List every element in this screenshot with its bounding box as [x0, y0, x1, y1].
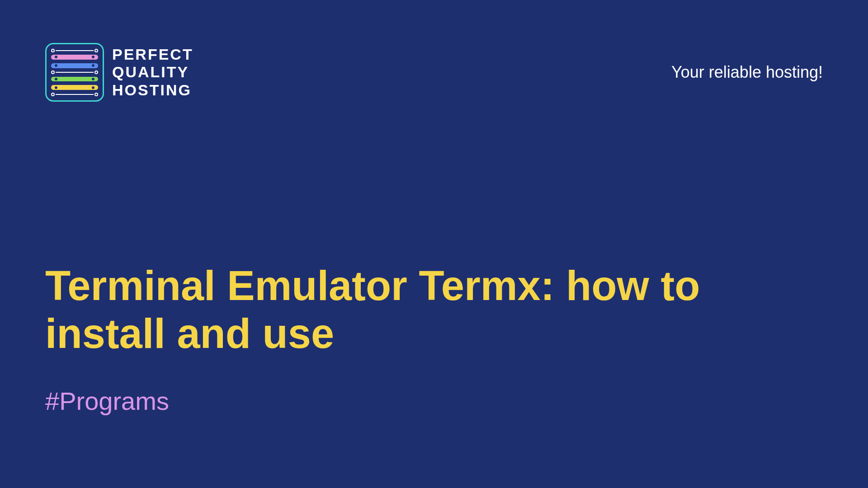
- logo-icon: [45, 43, 104, 102]
- logo-text-line1: PERFECT: [112, 46, 193, 63]
- header: PERFECT QUALITY HOSTING Your reliable ho…: [45, 43, 823, 102]
- page-title: Terminal Emulator Termx: how to install …: [45, 262, 823, 358]
- logo-text-line3: HOSTING: [112, 81, 193, 99]
- logo-text-line2: QUALITY: [112, 63, 193, 81]
- logo-text: PERFECT QUALITY HOSTING: [112, 46, 193, 99]
- hashtag-label: #Programs: [45, 386, 169, 416]
- logo: PERFECT QUALITY HOSTING: [45, 43, 193, 102]
- tagline: Your reliable hosting!: [671, 63, 823, 82]
